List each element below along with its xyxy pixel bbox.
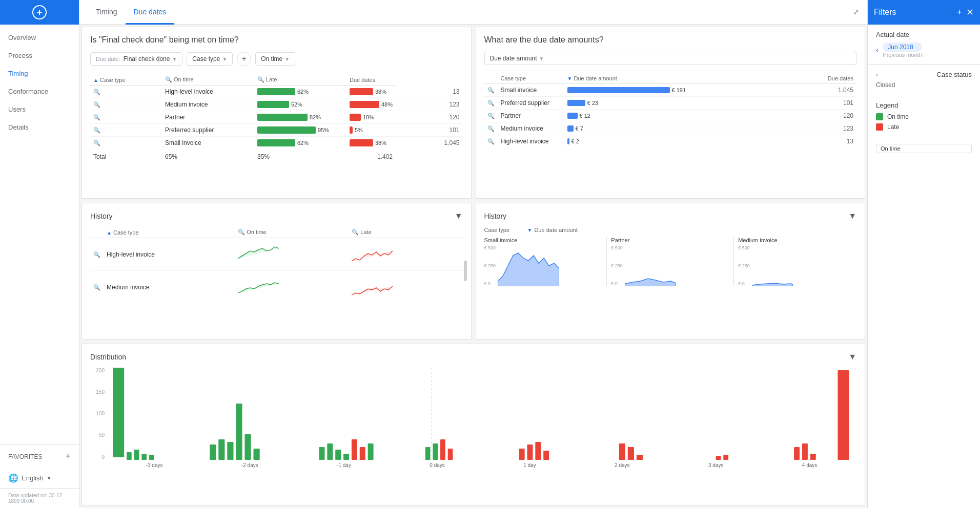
expand-icon[interactable]: ⤢ (853, 8, 859, 16)
total-duedates: 1.402 (346, 149, 396, 163)
legend-color-late (876, 123, 883, 131)
globe-icon: 🌐 (8, 473, 18, 483)
svg-rect-24 (440, 439, 445, 460)
history-col-partner: Partner € 500 € 250 € 0 (611, 237, 734, 286)
distribution-collapse[interactable]: ▼ (848, 352, 856, 362)
sparkline-small-invoice (498, 245, 559, 286)
logo-icon[interactable]: + (32, 5, 47, 19)
due-row-name: Medium invoice (498, 122, 564, 135)
distribution-title: Distribution (90, 353, 126, 361)
svg-rect-36 (802, 443, 808, 460)
svg-rect-26 (519, 449, 525, 460)
on-time-filter[interactable]: On time ▼ (255, 52, 295, 66)
col-header-late: 🔍 Late (254, 74, 346, 86)
history-right-cols: Small invoice € 500 € 250 € 0 Partner (484, 237, 857, 286)
table-row: 🔍 High-level invoice (90, 238, 463, 271)
total-label: Total (90, 149, 162, 163)
add-filter-icon[interactable]: + (956, 7, 962, 18)
svg-rect-7 (149, 455, 154, 460)
col-header-duedates: Due dates (346, 74, 396, 86)
sidebar-item-timing[interactable]: Timing (0, 65, 79, 82)
distribution-chart-container: 200 150 100 50 0 (90, 368, 856, 470)
hist-col-ontime: 🔍 On time (235, 227, 349, 238)
sidebar-item-details[interactable]: Details (0, 118, 79, 136)
timing-panel-title: Is "Final check done" being met on time? (90, 35, 463, 45)
sparkline-ontime-2 (238, 273, 279, 299)
svg-rect-12 (244, 434, 251, 460)
close-sidebar-icon[interactable]: ✕ (966, 7, 974, 18)
favorites-section: FAVORITES + (0, 444, 79, 468)
svg-rect-34 (723, 455, 728, 460)
due-row-amount: € 12 (564, 110, 797, 122)
magnifier-icon: 🔍 (93, 101, 100, 108)
hist-col-late: 🔍 Late (349, 227, 462, 238)
legend-label-late: Late (887, 123, 899, 131)
tab-timing[interactable]: Timing (88, 1, 126, 25)
right-sidebar: Filters + ✕ Actual date ‹ Jun 2018 Previ… (867, 0, 980, 508)
filters-bar: Due date: Final check done ▼ Case type ▼… (90, 52, 463, 66)
distribution-bars: -3 days -2 days -1 day 0 days 1 day 2 da… (107, 368, 856, 470)
due-row-amount: € 23 (564, 97, 797, 110)
history-col-small-invoice: Small invoice € 500 € 250 € 0 (484, 237, 607, 286)
distribution-panel: Distribution ▼ 200 150 100 50 0 (81, 344, 865, 506)
x-label-minus2: -2 days (241, 462, 258, 468)
svg-rect-33 (716, 456, 721, 460)
tab-due-dates[interactable]: Due dates (126, 1, 175, 25)
sidebar-nav: Overview Process Timing Conformance User… (0, 25, 79, 237)
row-duedates: 1.045 (396, 137, 462, 150)
row-late: 5% (346, 124, 396, 137)
x-label-minus3: -3 days (146, 462, 163, 468)
sidebar-item-users[interactable]: Users (0, 100, 79, 118)
legend-color-ontime (876, 113, 883, 120)
top-tabs: Timing Due dates ⤢ (79, 0, 867, 25)
scroll-indicator-left[interactable] (464, 261, 467, 281)
language-selector[interactable]: 🌐 English ▼ (0, 468, 79, 488)
date-prev-btn[interactable]: ‹ (876, 46, 879, 55)
y-axis-2: € 500 € 250 € 0 (611, 245, 623, 286)
magnifier-icon: 🔍 (93, 89, 100, 95)
row-name: Small invoice (162, 137, 254, 150)
legend-section: Legend On time Late (868, 95, 980, 140)
case-status-title[interactable]: › Case status (876, 71, 972, 78)
sparkline-partner (625, 245, 676, 286)
svg-rect-25 (448, 449, 453, 460)
due-date-amount-btn[interactable]: Due date amount ▼ (484, 52, 857, 65)
row-name: High-level invoice (162, 86, 254, 98)
due-row-duedates: 120 (797, 110, 856, 122)
sidebar-item-conformance[interactable]: Conformance (0, 82, 79, 100)
hist-col2-title: Partner (611, 237, 729, 243)
hist-col-case-type: ▲ Case type (104, 227, 235, 238)
sparkline-late-2 (352, 273, 393, 299)
magnifier-icon: 🔍 (93, 251, 100, 258)
svg-marker-1 (625, 279, 676, 286)
history-right-collapse[interactable]: ▼ (848, 211, 856, 221)
case-status-expand-icon: › (876, 71, 878, 78)
due-col-duedates: Due dates (797, 73, 856, 84)
magnifier-icon: 🔍 (487, 125, 495, 132)
row-ontime: 82% (254, 111, 346, 124)
case-type-filter[interactable]: Case type ▼ (187, 52, 233, 66)
sidebar-item-process[interactable]: Process (0, 47, 79, 65)
due-row-name: Small invoice (498, 84, 564, 97)
due-date-filter[interactable]: Due date: Final check done ▼ (90, 52, 182, 66)
sidebar-logo: + (0, 0, 79, 25)
favorites-add-icon[interactable]: + (65, 451, 71, 462)
magnifier-icon: 🔍 (93, 284, 100, 290)
language-label: English (22, 474, 44, 482)
svg-rect-19 (360, 447, 365, 460)
row-duedates: 120 (396, 111, 462, 124)
y-axis-3: € 500 € 250 € 0 (738, 245, 750, 286)
add-filter-button[interactable]: + (237, 52, 251, 66)
y-axis-1: € 500 € 250 € 0 (484, 245, 496, 286)
row-name: Partner (162, 111, 254, 124)
x-label-0: 0 days (430, 462, 444, 468)
history-left-collapse[interactable]: ▼ (455, 211, 463, 221)
content-grid: Is "Final check done" being met on time?… (79, 25, 867, 508)
svg-rect-31 (628, 447, 634, 460)
row-late: 48% (346, 98, 396, 111)
case-type-chevron: ▼ (222, 56, 227, 62)
sidebar-item-overview[interactable]: Overview (0, 29, 79, 47)
svg-rect-17 (343, 454, 349, 460)
svg-rect-30 (619, 443, 625, 460)
magnifier-icon: 🔍 (487, 100, 495, 106)
